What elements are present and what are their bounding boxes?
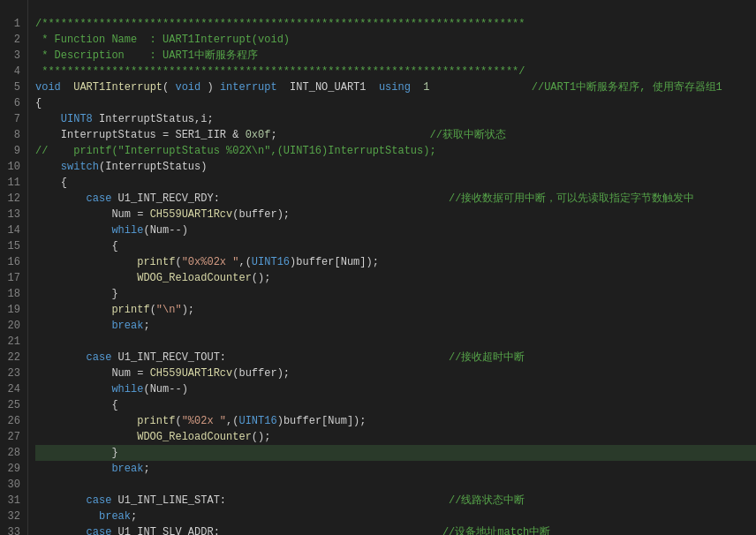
- line-number: 25: [7, 397, 20, 413]
- line-number: 10: [7, 159, 20, 175]
- line-number: 14: [7, 222, 20, 238]
- line-number: 3: [7, 48, 20, 64]
- line-number: 27: [7, 429, 20, 445]
- line-number: 1: [7, 16, 20, 32]
- code-line: printf("%02x ",(UINT16)buffer[Num]);: [35, 413, 756, 429]
- line-number: 13: [7, 207, 20, 222]
- line-number: 6: [7, 95, 20, 111]
- line-number: 33: [7, 524, 20, 535]
- line-number: 21: [7, 334, 20, 350]
- code-line: case U1_INT_SLV_ADDR: //设备地址match中断: [35, 524, 756, 535]
- line-number: 17: [7, 270, 20, 286]
- code-line: InterruptStatus = SER1_IIR & 0x0f; //获取中…: [35, 127, 756, 143]
- code-line: // printf("InterruptStatus %02X\n",(UINT…: [35, 143, 756, 159]
- code-line: }: [35, 286, 756, 302]
- code-line: break;: [35, 461, 756, 477]
- line-number: 29: [7, 461, 20, 477]
- line-number: 22: [7, 350, 20, 365]
- line-number: 9: [7, 143, 20, 159]
- line-number: 28: [7, 445, 20, 461]
- line-number: 15: [7, 238, 20, 254]
- line-number: 16: [7, 254, 20, 270]
- code-line: {: [35, 238, 756, 254]
- code-line: WDOG_ReloadCounter();: [35, 270, 756, 286]
- code-line: * Function Name : UART1Interrupt(void): [35, 32, 756, 48]
- line-number: 30: [7, 477, 20, 493]
- line-number: 2: [7, 32, 20, 48]
- code-line: switch(InterruptStatus): [35, 159, 756, 175]
- code-line: void UART1Interrupt( void ) interrupt IN…: [35, 79, 756, 95]
- line-number: 26: [7, 413, 20, 429]
- line-number: 20: [7, 318, 20, 334]
- code-editor[interactable]: 1234567891011121314151617181920212223242…: [0, 0, 756, 535]
- code-line: }: [35, 445, 756, 461]
- code-line: case U1_INT_RECV_TOUT: //接收超时中断: [35, 350, 756, 365]
- line-number: [7, 0, 20, 16]
- line-number: 23: [7, 365, 20, 381]
- code-line: [35, 334, 756, 350]
- code-line: {: [35, 397, 756, 413]
- line-number: 12: [7, 191, 20, 207]
- line-number: 19: [7, 302, 20, 318]
- code-line: [35, 0, 756, 16]
- code-line: /***************************************…: [35, 16, 756, 32]
- line-number: 4: [7, 64, 20, 79]
- line-number: 32: [7, 509, 20, 524]
- code-line: {: [35, 175, 756, 191]
- code-line: Num = CH559UART1Rcv(buffer);: [35, 365, 756, 381]
- line-number: 5: [7, 79, 20, 95]
- code-line: WDOG_ReloadCounter();: [35, 429, 756, 445]
- code-line: case U1_INT_RECV_RDY: //接收数据可用中断，可以先读取指定…: [35, 191, 756, 207]
- code-line: printf("\n");: [35, 302, 756, 318]
- line-numbers: 1234567891011121314151617181920212223242…: [0, 0, 28, 535]
- code-line: while(Num--): [35, 381, 756, 397]
- code-line: * Description : UART1中断服务程序: [35, 48, 756, 64]
- code-line: UINT8 InterruptStatus,i;: [35, 111, 756, 127]
- code-line: break;: [35, 318, 756, 334]
- line-number: 31: [7, 493, 20, 509]
- code-line: [35, 477, 756, 493]
- code-content[interactable]: /***************************************…: [28, 0, 756, 535]
- code-line: {: [35, 95, 756, 111]
- code-line: Num = CH559UART1Rcv(buffer);: [35, 207, 756, 222]
- line-number: 7: [7, 111, 20, 127]
- line-number: 11: [7, 175, 20, 191]
- line-number: 24: [7, 381, 20, 397]
- code-line: case U1_INT_LINE_STAT: //线路状态中断: [35, 493, 756, 509]
- code-line: printf("0x%02x ",(UINT16)buffer[Num]);: [35, 254, 756, 270]
- line-number: 8: [7, 127, 20, 143]
- line-number: 18: [7, 286, 20, 302]
- code-line: ****************************************…: [35, 64, 756, 79]
- code-line: while(Num--): [35, 222, 756, 238]
- code-line: break;: [35, 509, 756, 524]
